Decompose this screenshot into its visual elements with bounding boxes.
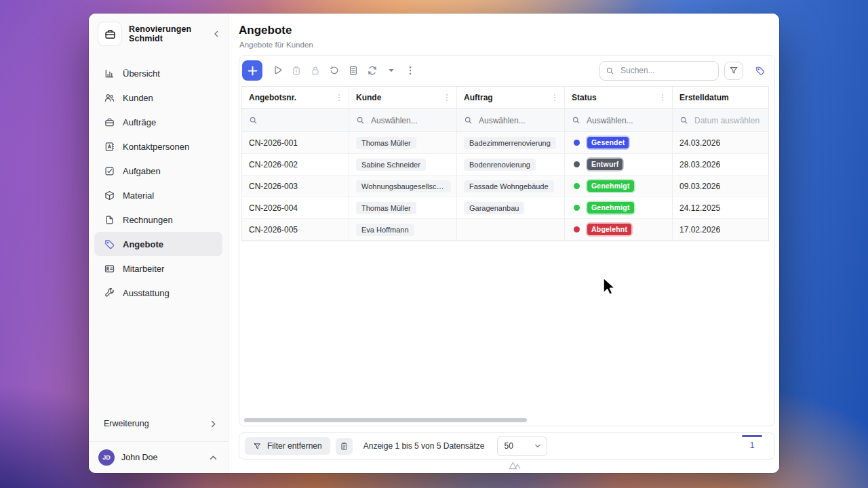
sidebar-item-uebersicht[interactable]: Übersicht bbox=[94, 61, 222, 85]
kebab-menu-icon bbox=[406, 65, 415, 76]
search-icon bbox=[606, 66, 614, 75]
sidebar-item-label: Aufträge bbox=[123, 117, 156, 127]
chevron-down-icon bbox=[534, 443, 541, 449]
contact-card-icon bbox=[104, 141, 115, 152]
sidebar-item-label: Rechnungen bbox=[123, 215, 173, 225]
column-menu-icon[interactable] bbox=[551, 93, 559, 102]
cell-angebotsnr: CN-2026-005 bbox=[242, 219, 349, 241]
sidebar-item-label: Übersicht bbox=[123, 68, 160, 79]
status-badge: Entwurf bbox=[587, 159, 623, 170]
column-header-erstelldatum[interactable]: Erstelldatum bbox=[673, 87, 768, 109]
column-menu-icon[interactable] bbox=[658, 93, 667, 102]
bar-chart-icon bbox=[104, 68, 115, 79]
sidebar-item-rechnungen[interactable]: Rechnungen bbox=[94, 207, 222, 232]
cell-erstelldatum: 17.02.2026 bbox=[673, 219, 768, 241]
sidebar-item-ausstattung[interactable]: Ausstattung bbox=[94, 281, 222, 305]
cell-erstelldatum: 09.03.2026 bbox=[673, 176, 768, 197]
chevron-up-icon bbox=[210, 454, 217, 462]
filter-button[interactable] bbox=[724, 62, 743, 80]
filter-angebotsnr[interactable] bbox=[242, 109, 349, 132]
sidebar-item-material[interactable]: Material bbox=[94, 183, 222, 207]
cell-kunde: Thomas Müller bbox=[349, 197, 457, 219]
filter-erstelldatum[interactable]: Datum auswählen bbox=[673, 109, 768, 132]
clipboard-button[interactable] bbox=[336, 438, 353, 455]
edit-record-button[interactable] bbox=[268, 61, 287, 80]
table-row[interactable]: CN-2026-002 Sabine Schneider Bodenrenovi… bbox=[242, 154, 768, 176]
status-dot bbox=[574, 205, 580, 211]
cell-angebotsnr: CN-2026-003 bbox=[242, 176, 349, 197]
search-input[interactable] bbox=[619, 65, 713, 76]
sidebar-header: Renovierungen Schmidt bbox=[89, 14, 228, 52]
sidebar-item-erweiterung[interactable]: Erweiterung bbox=[89, 411, 228, 436]
order-chip: Bodenrenovierung bbox=[464, 159, 536, 171]
user-menu[interactable]: JD John Doe bbox=[89, 441, 228, 473]
tag-filter-button[interactable] bbox=[751, 62, 769, 79]
page-header: Angebote Angebote für Kunden bbox=[229, 14, 779, 49]
table-row[interactable]: CN-2026-001 Thomas Müller Badezimmerreno… bbox=[242, 132, 768, 154]
workspace-title: Renovierungen Schmidt bbox=[129, 24, 206, 43]
app-window: Renovierungen Schmidt Übersicht Kunden A… bbox=[89, 14, 779, 473]
caret-down-icon bbox=[387, 66, 395, 75]
lock-record-button[interactable] bbox=[306, 61, 325, 80]
order-chip: Badezimmerrenovierung bbox=[464, 137, 556, 149]
sidebar-item-kunden[interactable]: Kunden bbox=[94, 85, 222, 110]
avatar: JD bbox=[98, 449, 115, 466]
add-record-button[interactable] bbox=[242, 60, 262, 81]
page-size-value: 50 bbox=[505, 441, 513, 451]
status-badge: Genehmigt bbox=[587, 180, 634, 192]
column-header-status[interactable]: Status bbox=[565, 87, 673, 109]
search-icon bbox=[572, 116, 580, 125]
sidebar-item-aufgaben[interactable]: Aufgaben bbox=[94, 159, 222, 183]
status-dot bbox=[574, 226, 580, 232]
customer-chip: Sabine Schneider bbox=[356, 159, 426, 171]
column-header-angebotsnr[interactable]: Angebotsnr. bbox=[242, 87, 349, 109]
filter-status[interactable]: Auswählen... bbox=[565, 109, 673, 132]
column-header-auftrag[interactable]: Auftrag bbox=[457, 87, 565, 109]
refresh-button[interactable] bbox=[363, 61, 382, 80]
page-number: 1 bbox=[750, 441, 755, 450]
checkbox-icon bbox=[104, 165, 115, 176]
sidebar-item-angebote[interactable]: Angebote bbox=[94, 232, 222, 256]
column-menu-icon[interactable] bbox=[443, 93, 451, 102]
table-row[interactable]: CN-2026-004 Thomas Müller Garagenanbau G… bbox=[242, 197, 768, 219]
status-dot bbox=[574, 140, 580, 146]
extension-label: Erweiterung bbox=[104, 419, 149, 428]
sidebar-item-mitarbeiter[interactable]: Mitarbeiter bbox=[94, 256, 222, 281]
protocol-button[interactable] bbox=[344, 61, 363, 80]
sidebar-item-label: Angebote bbox=[123, 239, 163, 249]
toolbar-dropdown-button[interactable] bbox=[382, 61, 401, 80]
sidebar-item-label: Material bbox=[123, 190, 154, 201]
sidebar-collapse-button[interactable] bbox=[213, 30, 220, 37]
filter-auftrag[interactable]: Auswählen... bbox=[457, 109, 565, 132]
cell-kunde: Eva Hoffmann bbox=[349, 219, 457, 241]
status-dot bbox=[574, 161, 580, 167]
history-icon bbox=[329, 65, 340, 76]
history-button[interactable] bbox=[325, 61, 344, 80]
sidebar-item-label: Ausstattung bbox=[123, 288, 170, 298]
cell-auftrag bbox=[457, 219, 565, 241]
status-badge: Gesendet bbox=[587, 137, 629, 148]
toolbar-more-button[interactable] bbox=[401, 61, 420, 80]
wrench-icon bbox=[104, 287, 115, 298]
cell-auftrag: Badezimmerrenovierung bbox=[457, 132, 565, 154]
lock-icon bbox=[310, 65, 321, 76]
page-size-select[interactable]: 50 bbox=[497, 436, 547, 456]
table-row[interactable]: CN-2026-003 Wohnungsbaugesellschaft ... … bbox=[242, 176, 768, 197]
sidebar-item-kontaktpersonen[interactable]: Kontaktpersonen bbox=[94, 134, 222, 159]
sidebar-item-auftraege[interactable]: Aufträge bbox=[94, 110, 222, 134]
filter-kunde[interactable]: Auswählen... bbox=[349, 109, 457, 132]
customer-chip: Thomas Müller bbox=[356, 137, 416, 149]
table-row[interactable]: CN-2026-005 Eva Hoffmann Abgelehnt 17.02… bbox=[242, 219, 768, 241]
clear-filter-button[interactable]: Filter entfernen bbox=[245, 437, 330, 455]
column-header-kunde[interactable]: Kunde bbox=[349, 87, 457, 109]
cell-auftrag: Bodenrenovierung bbox=[457, 154, 565, 176]
column-menu-icon[interactable] bbox=[335, 93, 343, 102]
sidebar: Renovierungen Schmidt Übersicht Kunden A… bbox=[89, 14, 229, 473]
chevron-left-icon bbox=[213, 30, 220, 37]
horizontal-scrollbar[interactable] bbox=[244, 418, 527, 422]
delete-record-button[interactable] bbox=[287, 61, 306, 80]
funnel-icon bbox=[729, 66, 738, 75]
search-icon bbox=[249, 116, 258, 125]
cell-kunde: Wohnungsbaugesellschaft ... bbox=[349, 176, 457, 197]
pagination-page-1[interactable]: 1 bbox=[742, 435, 762, 450]
